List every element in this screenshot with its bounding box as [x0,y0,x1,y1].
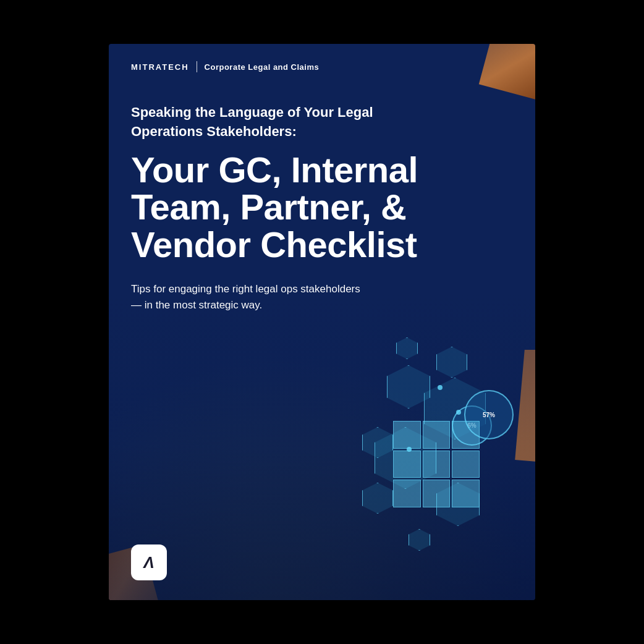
hex-small-3 [362,483,393,514]
grid-cell-4 [393,451,421,478]
document-card: MITRATECH Corporate Legal and Claims Spe… [109,44,535,600]
bottom-logo-badge: Λ [131,544,167,580]
gauge-value-2: 57% [483,412,495,418]
brand-name: MITRATECH [131,62,189,72]
holo-dot-1 [438,385,443,390]
grid-cell-8 [423,480,451,507]
holo-grid-panel [393,421,480,507]
hex-mid-1 [387,365,430,409]
header-divider [197,61,197,72]
description-line2: — in the most strategic way. [131,299,262,311]
grid-cell-2 [423,421,451,449]
document-subtitle: Speaking the Language of Your Legal Oper… [131,103,415,142]
title-line1: Your GC, Internal [131,150,418,190]
grid-cell-6 [452,451,480,478]
category-label: Corporate Legal and Claims [205,62,320,72]
grid-cell-3 [452,421,480,449]
main-content: Speaking the Language of Your Legal Oper… [109,72,535,313]
description-line1: Tips for engaging the right legal ops st… [131,283,360,295]
document-header: MITRATECH Corporate Legal and Claims [109,44,535,72]
grid-cell-9 [452,480,480,507]
title-line2: Team, Partner, & [131,187,406,227]
hex-xs-2 [409,529,430,551]
grid-cell-5 [423,451,451,478]
logo-icon: Λ [143,554,154,570]
grid-cell-1 [393,421,421,449]
document-description: Tips for engaging the right legal ops st… [131,281,391,313]
document-main-title: Your GC, Internal Team, Partner, & Vendo… [131,151,440,265]
title-line3: Vendor Checklist [131,224,417,265]
hex-small-1 [436,347,467,378]
holo-dot-2 [456,410,461,415]
hex-xs-1 [396,337,418,359]
grid-cell-7 [393,480,421,507]
